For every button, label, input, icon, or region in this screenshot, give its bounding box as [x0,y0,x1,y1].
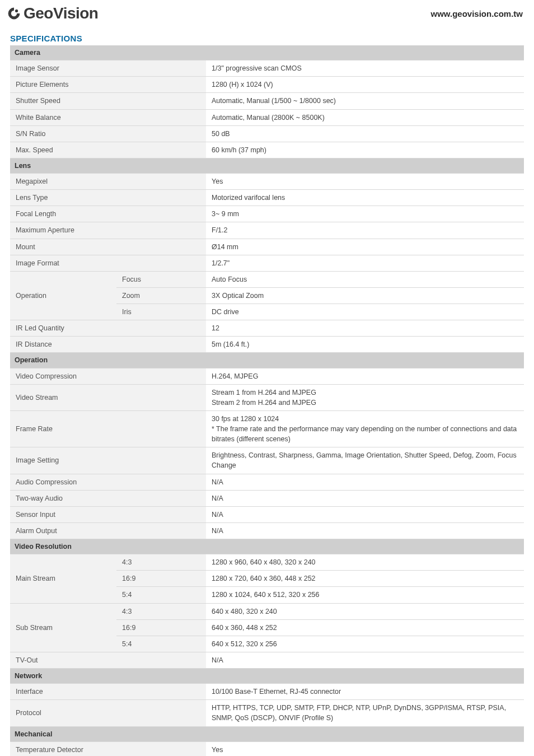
spec-label: Video Compression [10,368,206,384]
spec-value: Yes [206,174,524,190]
spec-table: Camera Image Sensor1/3" progressive scan… [10,45,524,756]
spec-sublabel: Zoom [116,287,206,304]
page-body: SPECIFICATIONS Camera Image Sensor1/3" p… [0,27,534,756]
table-row: Video CompressionH.264, MJPEG [10,368,524,384]
page-title: SPECIFICATIONS [10,34,524,43]
spec-value: DC drive [206,304,524,320]
table-row: ProtocolHTTP, HTTPS, TCP, UDP, SMTP, FTP… [10,700,524,726]
spec-value: N/A [206,490,524,506]
spec-value: 1280 x 720, 640 x 360, 448 x 252 [206,571,524,587]
spec-label: Mount [10,239,206,255]
section-operation: Operation [10,353,524,368]
spec-value: Automatic, Manual (1/500 ~ 1/8000 sec) [206,93,524,109]
page-header: GeoVision www.geovision.com.tw [0,0,534,27]
spec-value: Ø14 mm [206,239,524,255]
spec-value: 10/100 Base-T Ethernet, RJ-45 connector [206,684,524,700]
table-row: Interface10/100 Base-T Ethernet, RJ-45 c… [10,684,524,700]
table-row: IR Led Quantity12 [10,320,524,337]
spec-value: 3X Optical Zoom [206,287,524,304]
table-row: Alarm OutputN/A [10,522,524,539]
spec-value: 12 [206,320,524,337]
spec-label: Protocol [10,700,206,726]
section-network-label: Network [10,669,524,684]
table-row: TV-OutN/A [10,652,524,668]
spec-sublabel: 16:9 [116,619,206,636]
section-mechanical: Mechanical [10,726,524,741]
table-row: Max. Speed60 km/h (37 mph) [10,142,524,158]
spec-label: Frame Rate [10,410,206,447]
table-row: MountØ14 mm [10,239,524,255]
table-row: Sub Stream4:3640 x 480, 320 x 240 [10,603,524,619]
spec-value: 640 x 360, 448 x 252 [206,619,524,636]
section-video-resolution-label: Video Resolution [10,539,524,554]
spec-label: IR Distance [10,337,206,353]
spec-label: Shutter Speed [10,93,206,109]
table-row: Audio CompressionN/A [10,474,524,490]
site-url: www.geovision.com.tw [431,9,523,18]
spec-value: Stream 1 from H.264 and MJPEGStream 2 fr… [206,384,524,410]
brand-text: GeoVision [24,4,98,22]
spec-label: Sensor Input [10,506,206,522]
svg-point-0 [15,10,18,12]
brand-logo: GeoVision [7,4,98,22]
spec-label: Temperature Detector [10,741,206,756]
spec-label: Main Stream [10,554,116,603]
spec-label: Video Stream [10,384,206,410]
section-mechanical-label: Mechanical [10,726,524,741]
spec-value: N/A [206,652,524,668]
table-row: Main Stream4:31280 x 960, 640 x 480, 320… [10,554,524,571]
spec-value: H.264, MJPEG [206,368,524,384]
spec-label: TV-Out [10,652,206,668]
spec-value: 1/3" progressive scan CMOS [206,60,524,77]
spec-value: Auto Focus [206,271,524,287]
spec-value: 640 x 512, 320 x 256 [206,636,524,652]
table-row: Shutter SpeedAutomatic, Manual (1/500 ~ … [10,93,524,109]
spec-sublabel: Focus [116,271,206,287]
spec-value: N/A [206,474,524,490]
spec-label: Audio Compression [10,474,206,490]
table-row: Image Format1/2.7" [10,255,524,271]
spec-label: Picture Elements [10,77,206,93]
table-row: Video StreamStream 1 from H.264 and MJPE… [10,384,524,410]
section-network: Network [10,669,524,684]
spec-value: HTTP, HTTPS, TCP, UDP, SMTP, FTP, DHCP, … [206,700,524,726]
spec-label: Max. Speed [10,142,206,158]
section-video-resolution: Video Resolution [10,539,524,554]
spec-value: 50 dB [206,125,524,142]
spec-value: 1280 x 960, 640 x 480, 320 x 240 [206,554,524,571]
spec-value: 3~ 9 mm [206,206,524,222]
section-lens-label: Lens [10,158,524,173]
spec-label: Maximum Aperture [10,222,206,239]
spec-value: N/A [206,522,524,539]
spec-value: 1/2.7" [206,255,524,271]
spec-sublabel: 4:3 [116,554,206,571]
spec-sublabel: 5:4 [116,636,206,652]
spec-label: Image Setting [10,447,206,474]
spec-value: 30 fps at 1280 x 1024* The frame rate an… [206,410,524,447]
section-lens: Lens [10,158,524,173]
section-camera: Camera [10,45,524,60]
section-operation-label: Operation [10,353,524,368]
table-row: MegapixelYes [10,174,524,190]
spec-sublabel: Iris [116,304,206,320]
section-camera-label: Camera [10,45,524,60]
spec-value: Automatic, Manual (2800K ~ 8500K) [206,109,524,125]
spec-sublabel: 5:4 [116,587,206,603]
table-row: Image Sensor1/3" progressive scan CMOS [10,60,524,77]
table-row: S/N Ratio50 dB [10,125,524,142]
table-row: Image SettingBrightness, Contrast, Sharp… [10,447,524,474]
spec-label: White Balance [10,109,206,125]
table-row: Focal Length3~ 9 mm [10,206,524,222]
spec-value: 60 km/h (37 mph) [206,142,524,158]
table-row: Lens TypeMotorized varifocal lens [10,190,524,206]
spec-value: Brightness, Contrast, Sharpness, Gamma, … [206,447,524,474]
spec-value: 640 x 480, 320 x 240 [206,603,524,619]
spec-value: N/A [206,506,524,522]
spec-label: Two-way Audio [10,490,206,506]
spec-label: Alarm Output [10,522,206,539]
spec-label: Sub Stream [10,603,116,652]
spec-value: F/1.2 [206,222,524,239]
spec-label: Megapixel [10,174,206,190]
table-row: Temperature DetectorYes [10,741,524,756]
table-row: Two-way AudioN/A [10,490,524,506]
